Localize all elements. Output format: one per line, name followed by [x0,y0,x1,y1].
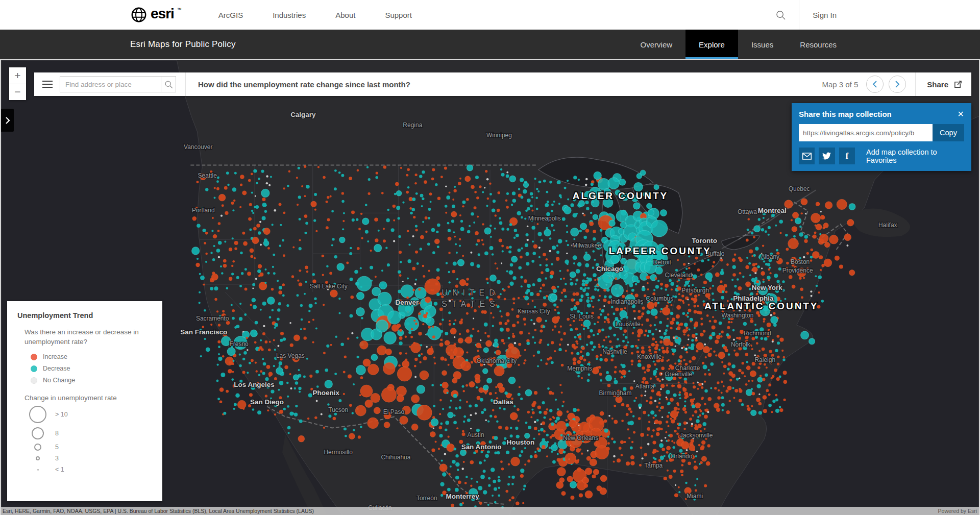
city-label: Indianapolis [610,298,643,305]
map-counter: Map 3 of 5 [822,80,858,89]
city-label: Cleveland [665,272,692,279]
share-email-button[interactable] [799,148,815,164]
city-label: Oklahoma City [477,357,517,364]
chevron-right-icon [894,81,900,88]
legend-size-label: 5 [55,444,59,451]
legend-size-circle [37,469,39,471]
city-label: Chicago [596,265,623,273]
logo-tm: ™ [177,7,182,12]
tab-overview[interactable]: Overview [627,30,686,59]
map-area[interactable]: CalgaryReginaWinnipegVancouverSeattlePor… [0,59,980,515]
legend-title: Unemployment Trend [17,311,152,320]
legend-size-label: > 10 [55,411,68,418]
city-label: Tucson [328,406,348,413]
add-to-favorites-link[interactable]: Add map collection to Favorites [866,148,964,164]
city-label: Torreón [416,495,437,502]
legend-size-circle [29,406,46,423]
search-input[interactable] [60,77,161,92]
share-url-input[interactable] [799,124,933,141]
city-label: Richmond [744,330,771,337]
previous-map-button[interactable] [866,76,884,93]
region-label: UNITED [442,288,499,297]
city-label: Albany [761,253,779,260]
city-label: Nashville [602,348,627,355]
email-icon [802,153,812,160]
city-label: Sacramento [196,315,229,322]
share-button[interactable]: Share [918,80,971,89]
search-icon[interactable] [763,10,799,20]
legend-dot [31,377,37,384]
legend-trend-items: IncreaseDecreaseNo Change [31,353,152,384]
share-label: Share [927,80,948,89]
legend-question: Was there an increase or decrease in une… [24,327,142,347]
city-label: Toronto [692,237,717,244]
legend-size-title: Change in unemployment rate [24,394,152,402]
city-label: Norfolk [731,341,750,348]
zoom-in-button[interactable]: + [9,67,26,84]
share-panel: Share this map collection ✕ Copy f A [792,103,971,171]
tab-issues[interactable]: Issues [738,30,787,59]
city-label: Chihuahua [381,454,410,461]
tab-explore[interactable]: Explore [685,30,738,59]
share-twitter-button[interactable] [819,148,835,164]
city-label: New Orleans [563,434,598,442]
city-label: Birmingham [599,389,632,397]
city-label: Ottawa [738,208,757,215]
top-header: esri ™ ArcGISIndustriesAboutSupport Sign… [0,0,980,30]
nav-link-arcgis[interactable]: ArcGIS [218,11,243,19]
logo-text: esri [151,6,174,21]
legend-item-decrease: Decrease [31,365,152,372]
legend-size-label: 3 [55,455,59,462]
legend-item-no-change: No Change [31,377,152,384]
close-icon[interactable]: ✕ [958,110,964,118]
attribution-sources: Esri, HERE, Garmin, FAO, NOAA, USGS, EPA… [1,508,314,514]
tab-bar: OverviewExploreIssuesResources [627,30,850,59]
magnifier-button[interactable] [161,77,176,92]
sign-in-link[interactable]: Sign In [799,11,850,19]
region-label: STATES [442,300,500,308]
toolbar-divider [185,72,186,96]
city-label: Jacksonville [680,432,713,439]
legend-item-label: No Change [43,377,75,384]
legend-dot [31,365,37,372]
legend-size-items: > 10853< 1 [24,404,152,475]
esri-logo[interactable]: esri ™ [130,6,182,23]
city-label: Memphis [567,365,592,372]
city-label: San Francisco [180,328,227,336]
map-question: How did the unemployment rate change sin… [198,80,410,89]
county-label: LAPEER COUNTY [609,246,712,256]
geocode-search [60,76,176,92]
legend-item-label: Increase [43,353,67,360]
city-label: Atlanta [635,383,655,390]
next-map-button[interactable] [889,76,906,93]
share-panel-title: Share this map collection [799,110,892,118]
chevron-left-icon [872,81,878,88]
city-label: Fresno [229,340,249,348]
tab-resources[interactable]: Resources [787,30,850,59]
esri-globe-icon [130,6,148,23]
attribution-bar: Esri, HERE, Garmin, FAO, NOAA, USGS, EPA… [1,507,979,515]
city-label: Hermosillo [324,449,353,456]
share-facebook-button[interactable]: f [839,148,855,164]
legend-panel: Unemployment Trend Was there an increase… [7,301,162,501]
expand-panel-button[interactable] [1,109,14,132]
city-label: Milwaukee [572,242,601,249]
zoom-out-button[interactable]: − [9,84,26,101]
city-label: St. Louis [570,313,594,320]
legend-size-row: 8 [24,425,152,442]
city-label: Raleigh [754,356,775,363]
nav-link-support[interactable]: Support [385,11,412,19]
legend-size-circle [32,427,44,439]
city-label: Winnipeg [486,132,512,139]
copy-button[interactable]: Copy [933,124,964,141]
menu-icon[interactable] [42,79,53,90]
nav-link-industries[interactable]: Industries [273,11,306,19]
nav-link-about[interactable]: About [335,11,355,19]
twitter-icon [822,152,831,160]
page-title: Esri Maps for Public Policy [130,39,236,50]
city-label: Houston [507,438,535,446]
city-label: Quebec [789,185,810,192]
city-label: Dallas [493,398,513,406]
city-label: Vancouver [184,143,212,151]
city-label: Portland [192,207,215,214]
